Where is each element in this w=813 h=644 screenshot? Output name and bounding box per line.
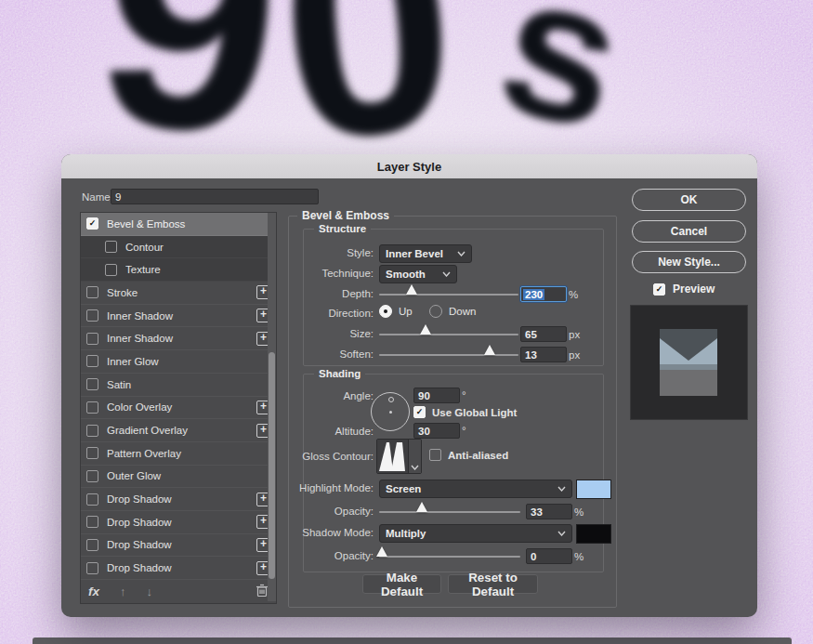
shadow-mode-label: Shadow Mode:	[284, 527, 374, 538]
shading-group-title: Shading	[314, 368, 365, 379]
dialog-titlebar[interactable]: Layer Style	[61, 154, 757, 178]
use-global-light-label: Use Global Light	[432, 407, 517, 418]
highlight-mode-dropdown[interactable]: Screen	[379, 480, 572, 498]
direction-down-option[interactable]: Down	[429, 305, 476, 318]
depth-unit: %	[569, 289, 578, 300]
altitude-field[interactable]: 30	[413, 423, 460, 439]
use-global-light-option[interactable]: ✓ Use Global Light	[413, 406, 517, 418]
highlight-opacity-field[interactable]: 33	[526, 504, 572, 519]
checkbox-icon[interactable]	[86, 425, 98, 437]
reset-to-default-button[interactable]: Reset to Default	[448, 574, 538, 594]
style-label: Style:	[284, 247, 374, 258]
shadow-opacity-field[interactable]: 0	[526, 548, 572, 564]
shadow-opacity-unit: %	[574, 551, 584, 562]
angle-dial-marker	[388, 397, 394, 402]
nineties-artwork-text: 90's	[102, 0, 604, 177]
shadow-mode-dropdown[interactable]: Multiply	[379, 524, 572, 543]
sidebar-item-stroke[interactable]: Stroke +	[81, 282, 276, 305]
chevron-down-icon[interactable]	[408, 440, 421, 473]
sidebar-item-texture[interactable]: Texture	[81, 258, 276, 282]
soften-label: Soften:	[284, 348, 374, 360]
cancel-button[interactable]: Cancel	[632, 220, 746, 243]
shadow-opacity-thumb[interactable]	[376, 546, 387, 557]
highlight-opacity-label: Opacity:	[284, 506, 374, 517]
sidebar-item-outer-glow[interactable]: Outer Glow	[81, 466, 276, 489]
soften-slider[interactable]	[379, 354, 518, 356]
sidebar-item-pattern-overlay[interactable]: Pattern Overlay	[81, 442, 276, 466]
depth-slider[interactable]	[379, 294, 518, 296]
delete-effect-icon[interactable]	[256, 584, 269, 599]
sidebar-item-drop-shadow-1[interactable]: Drop Shadow +	[81, 488, 276, 511]
direction-label: Direction:	[284, 308, 374, 319]
name-input[interactable]	[111, 189, 319, 204]
sidebar-item-drop-shadow-2[interactable]: Drop Shadow +	[81, 511, 276, 534]
gloss-contour-picker[interactable]	[376, 439, 422, 474]
angle-field[interactable]: 90	[413, 388, 460, 403]
sidebar-item-color-overlay[interactable]: Color Overlay +	[81, 397, 276, 420]
angle-unit: °	[462, 389, 466, 401]
sidebar-item-inner-shadow-2[interactable]: Inner Shadow +	[81, 327, 276, 350]
checkbox-icon[interactable]	[86, 333, 98, 345]
technique-dropdown[interactable]: Smooth	[379, 265, 457, 283]
checkbox-icon[interactable]	[86, 470, 98, 482]
direction-up-option[interactable]: Up	[379, 305, 413, 318]
move-down-icon[interactable]: ↓	[147, 585, 153, 598]
checkbox-icon[interactable]	[86, 447, 98, 459]
make-default-button[interactable]: Make Default	[362, 574, 441, 594]
shadow-color-swatch[interactable]	[576, 524, 611, 544]
checkbox-icon[interactable]	[105, 264, 117, 276]
checkbox-icon[interactable]	[86, 378, 98, 390]
checkbox-checked-icon[interactable]: ✓	[86, 217, 98, 230]
anti-aliased-option[interactable]: Anti-aliased	[429, 449, 508, 461]
ok-button[interactable]: OK	[632, 189, 746, 211]
checkbox-checked-icon[interactable]: ✓	[653, 283, 665, 296]
radio-icon[interactable]	[429, 305, 442, 318]
checkbox-icon[interactable]	[86, 493, 98, 506]
checkbox-icon[interactable]	[86, 286, 98, 298]
depth-slider-thumb[interactable]	[406, 284, 417, 295]
radio-selected-icon[interactable]	[379, 305, 392, 318]
sidebar-item-label: Color Overlay	[107, 401, 248, 413]
checkbox-checked-icon[interactable]: ✓	[413, 406, 426, 418]
shadow-opacity-slider[interactable]	[379, 556, 520, 558]
style-dropdown[interactable]: Inner Bevel	[379, 244, 472, 263]
move-up-icon[interactable]: ↑	[120, 585, 126, 598]
sidebar-item-inner-glow[interactable]: Inner Glow	[81, 350, 276, 374]
checkbox-icon[interactable]	[105, 241, 117, 253]
structure-group-title: Structure	[314, 223, 371, 234]
sidebar-scrollbar-thumb[interactable]	[269, 352, 275, 579]
depth-field[interactable]: 230	[520, 286, 567, 302]
checkbox-icon[interactable]	[86, 562, 98, 574]
sidebar-item-satin[interactable]: Satin	[81, 374, 276, 397]
sidebar-item-contour[interactable]: Contour	[81, 236, 276, 259]
checkbox-icon[interactable]	[86, 401, 98, 414]
style-value: Inner Bevel	[386, 248, 443, 259]
preview-option[interactable]: ✓ Preview	[653, 283, 715, 296]
checkbox-icon[interactable]	[86, 309, 98, 322]
size-field[interactable]: 65	[520, 326, 567, 342]
checkbox-icon[interactable]	[86, 539, 98, 551]
checkbox-icon[interactable]	[86, 516, 98, 528]
sidebar-item-bevel-emboss[interactable]: ✓ Bevel & Emboss	[81, 213, 276, 236]
checkbox-icon[interactable]	[429, 449, 441, 461]
sidebar-item-inner-shadow[interactable]: Inner Shadow +	[81, 305, 276, 328]
style-preview-box	[630, 305, 748, 420]
soften-slider-thumb[interactable]	[484, 345, 495, 355]
checkbox-icon[interactable]	[86, 355, 98, 367]
size-slider[interactable]	[379, 334, 518, 335]
anti-aliased-label: Anti-aliased	[448, 450, 508, 461]
size-slider-thumb[interactable]	[420, 324, 431, 335]
sidebar-item-label: Inner Shadow	[107, 310, 248, 322]
dialog-title: Layer Style	[377, 160, 441, 174]
angle-dial[interactable]	[371, 392, 410, 431]
soften-field[interactable]: 13	[520, 347, 567, 362]
fx-icon[interactable]: fx	[88, 585, 99, 598]
sidebar-item-gradient-overlay[interactable]: Gradient Overlay +	[81, 419, 276, 442]
highlight-color-swatch[interactable]	[576, 480, 611, 499]
highlight-opacity-thumb[interactable]	[416, 502, 427, 512]
sidebar-item-drop-shadow-4[interactable]: Drop Shadow +	[81, 557, 276, 580]
new-style-button[interactable]: New Style...	[632, 251, 746, 273]
sidebar-item-drop-shadow-3[interactable]: Drop Shadow +	[81, 534, 276, 558]
depth-label: Depth:	[284, 288, 374, 299]
highlight-opacity-slider[interactable]	[379, 511, 520, 513]
